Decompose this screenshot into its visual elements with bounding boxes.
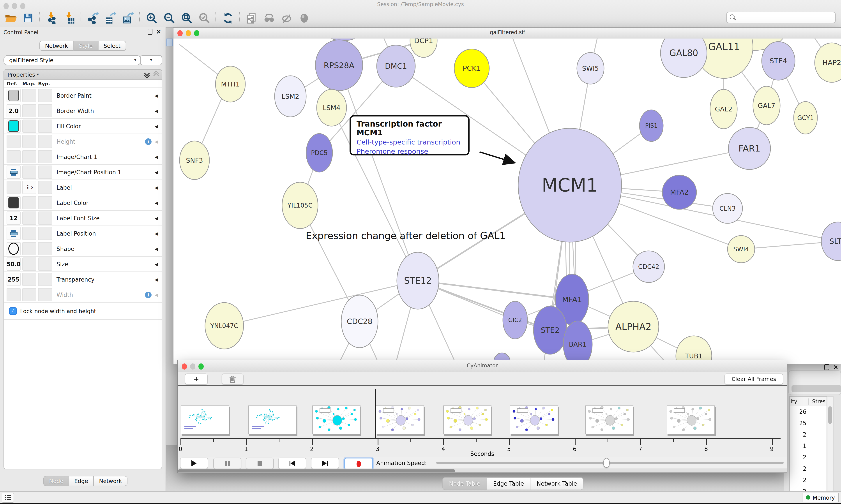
table-cell-value[interactable]: 1	[790, 440, 826, 452]
callout-link[interactable]: Cell-type-specific transcription	[357, 138, 468, 146]
bypass-cell[interactable]	[38, 89, 52, 102]
expand-row-icon[interactable]: ◀	[155, 292, 162, 297]
frame-thumbnail-8[interactable]	[667, 406, 715, 434]
frame-thumbnail-5[interactable]	[443, 406, 491, 434]
expand-row-icon[interactable]: ◀	[155, 216, 162, 220]
export-image-icon[interactable]	[121, 12, 135, 24]
duplicate-network-icon[interactable]	[245, 12, 258, 24]
network-edge[interactable]	[224, 281, 418, 326]
pause-button[interactable]	[213, 457, 241, 469]
mapping-cell[interactable]: ⋮›	[22, 181, 36, 194]
delete-frame-button[interactable]	[222, 374, 244, 384]
property-row-label-font-size[interactable]: 12Label Font Size◀	[4, 211, 162, 226]
step-forward-button[interactable]	[311, 457, 339, 469]
bypass-cell[interactable]	[38, 196, 52, 209]
style-target-tab-edge[interactable]: Edge	[69, 476, 94, 486]
default-value-cell[interactable]: 50.0	[6, 257, 21, 271]
table-cell-value[interactable]: 2	[790, 475, 826, 486]
bypass-cell[interactable]	[38, 150, 52, 163]
property-row-transparency[interactable]: 255Transparency◀	[4, 272, 162, 287]
info-icon[interactable]: i	[145, 138, 151, 145]
timeline-scrollbar-thumb[interactable]	[178, 469, 455, 472]
property-row-image-chart-position-1[interactable]: Image/Chart Position 1◀	[4, 165, 162, 180]
network-edge[interactable]	[339, 65, 418, 281]
frames-timeline[interactable]: 0123456789 Seconds	[178, 386, 787, 457]
table-cell-value[interactable]: 2	[790, 463, 826, 475]
bypass-cell[interactable]	[38, 288, 52, 301]
mapping-cell[interactable]	[22, 150, 36, 163]
default-value-cell[interactable]	[6, 227, 21, 240]
panel-divider-handle[interactable]	[166, 38, 173, 47]
close-panel-icon[interactable]: ×	[156, 29, 161, 34]
import-network-icon[interactable]	[45, 12, 58, 24]
property-row-image-chart-1[interactable]: Image/Chart 1◀	[4, 149, 162, 165]
table-scrollbar[interactable]	[827, 396, 834, 500]
task-history-button[interactable]	[2, 492, 14, 503]
mapping-cell[interactable]	[22, 212, 36, 224]
bypass-cell[interactable]	[38, 273, 52, 286]
record-button[interactable]	[344, 457, 373, 470]
expand-row-icon[interactable]: ◀	[155, 246, 162, 251]
default-value-cell[interactable]	[6, 120, 21, 133]
style-target-tab-network[interactable]: Network	[94, 476, 127, 486]
cyanimator-titlebar[interactable]: CyAnimator	[178, 360, 787, 372]
mapping-cell[interactable]	[22, 257, 36, 271]
float-panel-icon[interactable]	[148, 29, 153, 35]
float-panel-icon[interactable]	[825, 364, 829, 370]
tab-network[interactable]: Network	[39, 41, 74, 51]
default-value-cell[interactable]	[6, 135, 21, 148]
collapse-all-icon[interactable]	[153, 71, 158, 77]
default-value-cell[interactable]	[6, 150, 21, 163]
step-backward-button[interactable]	[278, 457, 306, 469]
mapping-cell[interactable]	[22, 120, 36, 133]
open-session-icon[interactable]	[4, 12, 17, 24]
clear-all-frames-button[interactable]: Clear All Frames	[724, 374, 783, 384]
default-value-cell[interactable]	[6, 181, 21, 194]
default-value-cell[interactable]: 12	[6, 212, 21, 224]
property-row-label[interactable]: ⋮›Label◀	[4, 180, 162, 195]
table-cell-value[interactable]: 26	[790, 406, 826, 418]
table-cell-value[interactable]: 25	[790, 418, 826, 429]
save-session-icon[interactable]	[21, 12, 35, 24]
import-table-icon[interactable]	[62, 12, 76, 24]
table-cell-value[interactable]: 2	[790, 452, 826, 463]
expand-row-icon[interactable]: ◀	[155, 200, 162, 205]
timeline-scrollbar[interactable]	[178, 469, 787, 472]
tab-select[interactable]: Select	[99, 41, 126, 51]
tab-style[interactable]: Style	[74, 41, 99, 51]
property-row-shape[interactable]: Shape◀	[4, 241, 162, 257]
animation-speed-slider-thumb[interactable]	[603, 458, 610, 468]
expand-row-icon[interactable]: ◀	[155, 93, 162, 98]
mapping-cell[interactable]	[22, 89, 36, 102]
close-panel-icon[interactable]: ×	[833, 365, 838, 370]
bypass-cell[interactable]	[38, 242, 52, 255]
expand-row-icon[interactable]: ◀	[155, 231, 162, 236]
default-value-cell[interactable]: 2.0	[6, 104, 21, 118]
zoom-in-icon[interactable]	[145, 12, 158, 24]
zoom-fit-icon[interactable]	[180, 12, 193, 24]
property-row-fill-color[interactable]: Fill Color◀	[4, 119, 162, 134]
default-value-cell[interactable]: 255	[6, 273, 21, 286]
play-button[interactable]	[180, 457, 208, 469]
search-input[interactable]	[726, 12, 836, 23]
expand-all-icon[interactable]	[144, 71, 149, 77]
annotation-callout[interactable]: Transcription factor MCM1 Cell-type-spec…	[350, 115, 469, 156]
table-cell-value[interactable]: 2	[790, 429, 826, 440]
table-tab-node-table[interactable]: Node Table	[442, 477, 487, 490]
property-row-label-position[interactable]: Label Position◀	[4, 226, 162, 241]
node-table[interactable]: ity Stres 26252122222	[789, 396, 827, 500]
expand-row-icon[interactable]: ◀	[155, 139, 162, 144]
info-icon[interactable]: i	[145, 291, 151, 298]
animation-speed-slider[interactable]	[436, 462, 784, 464]
mapping-cell[interactable]	[22, 196, 36, 209]
zoom-out-icon[interactable]	[162, 12, 176, 24]
expand-row-icon[interactable]: ◀	[155, 262, 162, 267]
memory-button[interactable]: Memory	[802, 492, 839, 502]
frame-thumbnail-2[interactable]	[248, 406, 297, 434]
export-table-icon[interactable]	[104, 12, 117, 24]
expand-row-icon[interactable]: ◀	[155, 185, 162, 190]
network-window-titlebar[interactable]: galFiltered.sif	[174, 28, 841, 39]
style-options-button[interactable]: ▾	[140, 55, 162, 65]
network-canvas[interactable]: DCP1RPS28ADMC1PCK1SWI5MTH1LSM2LSM4GAL11G…	[174, 38, 841, 364]
show-all-icon[interactable]	[298, 12, 310, 24]
